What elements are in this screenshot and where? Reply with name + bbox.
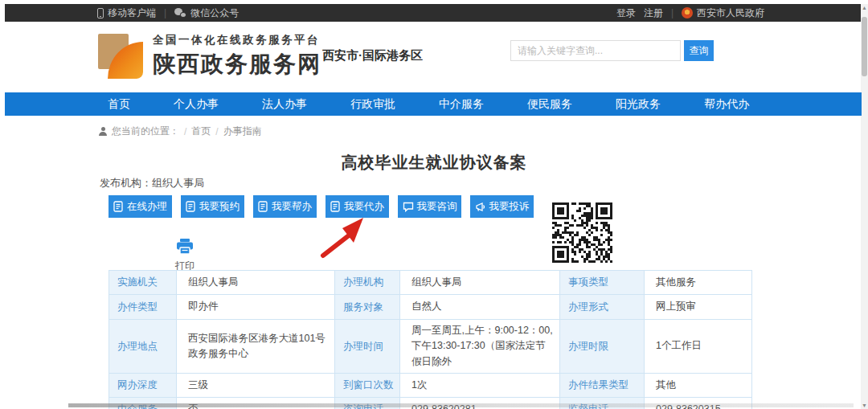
topbar-divider-2: |: [671, 7, 674, 18]
wechat-link[interactable]: 微信公众号: [174, 6, 239, 20]
field-value: 网上预审: [645, 295, 752, 320]
megaphone-icon: [475, 202, 486, 212]
field-label: 到窗口次数: [335, 374, 400, 398]
field-value: 组织人事局: [400, 271, 560, 295]
region-name: 西安市·国际港务区: [322, 48, 423, 63]
breadcrumb-current[interactable]: 办事指南: [223, 125, 262, 138]
site-logo-text: 全国一体化在线政务服务平台 陕西政务服务网: [153, 33, 321, 80]
scrollbar[interactable]: ▲ ▼: [861, 4, 868, 409]
field-label: 网办深度: [109, 374, 177, 398]
nav-item-personal[interactable]: 个人办事: [174, 97, 219, 112]
complain-label: 我要投诉: [489, 200, 530, 214]
field-label: 办理形式: [560, 295, 645, 320]
reserve-label: 我要预约: [199, 200, 240, 214]
field-label: 办理机构: [335, 271, 400, 295]
assist-button[interactable]: 我要帮办: [253, 195, 317, 218]
platform-tagline: 全国一体化在线政务服务平台: [153, 33, 321, 47]
assist-label: 我要帮办: [272, 200, 312, 214]
scroll-down-icon[interactable]: ▼: [861, 403, 868, 408]
form-icon: [330, 201, 341, 212]
page: 移动客户端 | 微信公众号 登录 注册 | 西安市人民政府 ▲ ▼: [0, 0, 868, 409]
gov-site-label: 西安市人民政府: [697, 6, 764, 20]
photo-edge-strip: [68, 403, 854, 407]
field-value: 1个工作日: [645, 320, 752, 374]
login-link[interactable]: 登录: [616, 6, 636, 20]
field-value: 其他服务: [645, 271, 752, 295]
search-input[interactable]: [510, 40, 681, 61]
scroll-up-icon[interactable]: ▲: [861, 5, 868, 10]
reserve-button[interactable]: 我要预约: [181, 195, 244, 218]
nav-item-admin-approval[interactable]: 行政审批: [350, 97, 395, 112]
field-value: 三级: [177, 374, 335, 398]
scrollbar-thumb[interactable]: [862, 17, 867, 76]
field-label: 办理时间: [335, 320, 400, 374]
service-info-table: 实施机关 组织人事局 办理机构 组织人事局 事项类型 其他服务 办件类型 即办件…: [108, 270, 752, 409]
online-handle-label: 在线办理: [127, 200, 167, 214]
field-label: 服务对象: [335, 295, 400, 320]
printer-icon: [175, 239, 194, 255]
table-row: 办理地点 西安国际港务区港务大道101号政务服务中心 办理时间 周一至周五,上午…: [109, 320, 752, 374]
form-icon: [258, 201, 268, 212]
main-nav: 首页 个人办事 法人办事 行政审批 中介服务 便民服务 阳光政务 帮办代办: [5, 92, 862, 116]
form-icon: [186, 201, 196, 212]
topbar-right-group: 登录 注册 | 西安市人民政府: [616, 6, 764, 20]
search-box: 查询: [510, 40, 714, 61]
field-value: 西安国际港务区港务大道101号政务服务中心: [177, 320, 335, 374]
nav-item-agency[interactable]: 帮办代办: [704, 97, 749, 112]
table-row: 实施机关 组织人事局 办理机构 组织人事局 事项类型 其他服务: [109, 271, 752, 295]
agent-button[interactable]: 我要代办: [326, 195, 389, 218]
print-action[interactable]: 打印: [169, 239, 201, 273]
online-handle-button[interactable]: 在线办理: [108, 195, 172, 218]
field-label: 办件类型: [109, 295, 177, 320]
search-button[interactable]: 查询: [684, 40, 714, 61]
top-utility-bar: 移动客户端 | 微信公众号 登录 注册 | 西安市人民政府: [5, 4, 861, 22]
site-logo: [98, 32, 148, 82]
form-icon: [113, 201, 124, 212]
breadcrumb-prefix: 您当前的位置：: [112, 125, 179, 138]
site-header: 全国一体化在线政务服务平台 陕西政务服务网 西安市·国际港务区 查询: [5, 22, 861, 92]
chat-icon: [403, 202, 414, 212]
field-value: 周一至周五,上午：9:00-12：00,下午13:30-17:30（国家法定节假…: [400, 320, 560, 374]
nav-item-intermediary[interactable]: 中介服务: [439, 97, 484, 112]
site-name: 陕西政务服务网: [153, 49, 321, 80]
mobile-phone-icon: [97, 8, 104, 18]
consult-button[interactable]: 我要咨询: [398, 195, 461, 218]
national-emblem-icon: [682, 7, 693, 18]
field-value: 1次: [400, 374, 560, 398]
table-row: 办件类型 即办件 服务对象 自然人 办理形式 网上预审: [109, 295, 752, 320]
field-label: 事项类型: [560, 271, 645, 295]
field-label: 办理时限: [560, 320, 645, 374]
complain-button[interactable]: 我要投诉: [470, 195, 534, 218]
wechat-label: 微信公众号: [190, 6, 239, 20]
breadcrumb-home-link[interactable]: 首页: [191, 125, 211, 138]
breadcrumb-sep-2: /: [215, 126, 218, 137]
consult-label: 我要咨询: [417, 200, 457, 214]
field-value: 其他: [645, 374, 752, 398]
field-label: 实施机关: [109, 271, 177, 295]
publisher-label: 发布机构：组织人事局: [100, 176, 204, 190]
table-row: 网办深度 三级 到窗口次数 1次 办件结果类型 其他: [109, 374, 752, 398]
gov-site-link[interactable]: 西安市人民政府: [682, 6, 764, 20]
field-label: 办理地点: [109, 320, 177, 374]
location-person-icon: [99, 127, 107, 136]
nav-item-convenience[interactable]: 便民服务: [527, 97, 572, 112]
field-label: 办件结果类型: [560, 374, 645, 398]
breadcrumb-sep: /: [184, 126, 186, 137]
nav-item-sunshine-gov[interactable]: 阳光政务: [616, 97, 661, 112]
topbar-divider: |: [164, 7, 166, 18]
wechat-icon: [174, 8, 186, 18]
topbar-left-group: 移动客户端 | 微信公众号: [97, 6, 239, 20]
field-value: 组织人事局: [177, 271, 335, 295]
page-title: 高校毕业生就业协议备案: [0, 152, 868, 174]
action-button-row: 在线办理 我要预约 我要帮办 我要代办 我要咨询 我要投诉: [108, 195, 534, 218]
mobile-client-link[interactable]: 移动客户端: [97, 6, 156, 20]
field-value: 自然人: [400, 295, 560, 320]
mobile-client-label: 移动客户端: [108, 6, 156, 20]
register-link[interactable]: 注册: [644, 6, 663, 20]
agent-label: 我要代办: [344, 200, 384, 214]
nav-item-legal-person[interactable]: 法人办事: [262, 97, 307, 112]
field-value: 即办件: [177, 295, 335, 320]
qr-code: [552, 202, 612, 263]
nav-item-home[interactable]: 首页: [108, 97, 130, 112]
breadcrumb: 您当前的位置： / 首页 / 办事指南: [99, 125, 262, 138]
